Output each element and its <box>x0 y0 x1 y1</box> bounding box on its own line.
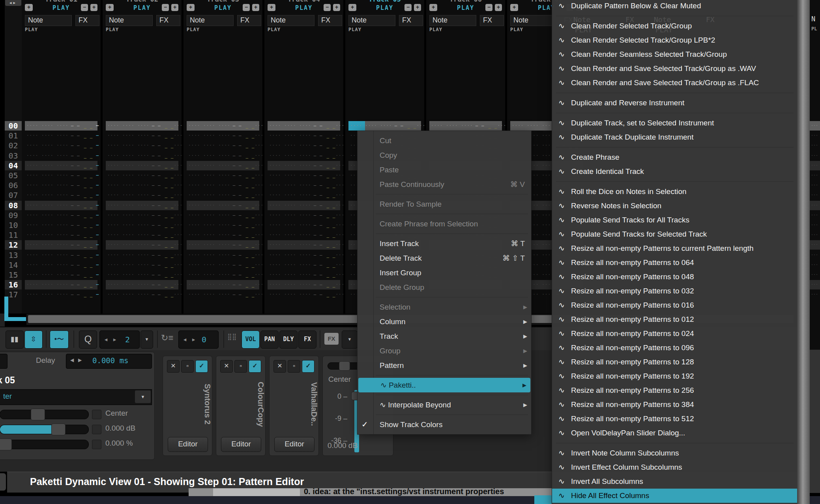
column-toggle-dly[interactable]: DLY <box>279 330 298 349</box>
pattern-row[interactable]: ···· ···· ····– –– –– –···· ···· ···· ··… <box>25 181 97 190</box>
pattern-row[interactable]: ···· ···· ····– –– –···· ···· ···· ···· <box>187 220 259 230</box>
submenu-item-invert-note-column-subcolumns[interactable]: ∿Invert Note Column Subcolumns <box>552 446 798 460</box>
device-editor-button[interactable]: Editor <box>221 437 261 452</box>
submenu-item-resize-all-non-empty-patterns-to-032[interactable]: ∿Resize all non-empty Patterns to 032 <box>552 284 798 298</box>
submenu-item-clean-render-seamless-selected-track-group[interactable]: ∿Clean Render Seamless Selected Track/Gr… <box>552 47 798 62</box>
pattern-row[interactable]: ···· ···· ····– –– –– –···· ···· ···· ··… <box>25 250 97 260</box>
spinner-right-arrow[interactable]: ▶ <box>113 331 116 348</box>
track-play-button[interactable]: PLAY <box>264 4 343 11</box>
quantize-dropdown[interactable]: ▼ <box>140 330 153 349</box>
pattern-row[interactable]: ···· ···· ····– –– –···· ···· ···· ···· <box>348 121 421 131</box>
pattern-row[interactable]: ···· ···· ····– –– –···· ···· ···· ···· <box>187 141 259 150</box>
filter-dropdown[interactable]: ter▼ <box>0 389 152 405</box>
spinner-right-arrow[interactable]: ▶ <box>192 331 195 348</box>
track-play-button[interactable]: PLAY <box>103 4 182 11</box>
pattern-row[interactable]: ···· ···· ····– –– –···· ···· ···· ···· <box>187 250 259 260</box>
submenu-item-duplicate-pattern-below-clear-muted[interactable]: ∿Duplicate Pattern Below & Clear Muted <box>552 0 798 13</box>
pattern-row[interactable]: ···· ···· ····– –– –– –···· ···· ···· ··… <box>25 121 97 131</box>
submenu-item-resize-all-non-empty-patterns-to-016[interactable]: ∿Resize all non-empty Patterns to 016 <box>552 298 798 312</box>
menu-item-paketti-[interactable]: ∿ Paketti..▶ <box>358 378 530 392</box>
submenu-item-open-voldelaypan-slider-dialog-[interactable]: ∿Open VolDelayPan Slider Dialog... <box>552 426 798 440</box>
pattern-row[interactable]: ···· ···· ····– –– –···· ···· ···· ···· <box>106 211 178 220</box>
pattern-row[interactable]: ···· ···· ····– –– –···· ···· ···· ···· <box>187 230 259 240</box>
add-fx-column-button[interactable]: + <box>171 4 178 11</box>
add-fx-column-button[interactable]: + <box>90 4 97 11</box>
dsp-checkbox[interactable] <box>92 410 101 419</box>
pattern-row[interactable]: ···· ···· ····– –– –···· ···· ···· ···· <box>106 181 178 190</box>
device-close-button[interactable]: ✕ <box>220 360 233 373</box>
menu-item-track[interactable]: Track▶ <box>358 329 531 343</box>
device-minimize-button[interactable]: ▫ <box>181 360 194 373</box>
add-fx-column-button[interactable]: + <box>495 4 502 11</box>
submenu-item-resize-all-non-empty-patterns-to-128[interactable]: ∿Resize all non-empty Patterns to 128 <box>552 355 798 369</box>
mini-slider-handle[interactable] <box>339 361 350 371</box>
pattern-row[interactable]: ···· ···· ····– –– –···· ···· ···· ···· <box>187 260 259 270</box>
pattern-row[interactable]: ···· ···· ····– –– –– –···· ···· ···· ··… <box>25 260 97 270</box>
pattern-row[interactable]: ···· ···· ····– –– –– –···· ···· ···· ··… <box>25 161 97 170</box>
device-enabled-checkbox[interactable]: ✓ <box>195 360 208 373</box>
delay-field[interactable]: ◀▶0.000 ms <box>66 354 152 369</box>
pattern-row[interactable]: ···· ···· ····– –– –– –···· ···· ···· ··… <box>25 190 97 200</box>
slider-handle[interactable] <box>51 424 66 435</box>
quantize-spinner[interactable]: ◀▶2 <box>99 330 140 349</box>
pattern-row[interactable]: ···· ···· ····– –– –– –···· ···· ···· ··… <box>25 270 97 280</box>
add-fx-column-button[interactable]: + <box>252 4 259 11</box>
submenu-item-invert-effect-column-subcolumns[interactable]: ∿Invert Effect Column Subcolumns <box>552 460 798 474</box>
remove-column-button[interactable]: − <box>485 4 492 11</box>
remove-column-button[interactable]: − <box>404 4 412 11</box>
menu-item-show-track-colors[interactable]: ✓Show Track Colors <box>358 417 531 432</box>
track-play-button[interactable]: PLAY <box>22 4 101 11</box>
menu-item-interpolate-beyond[interactable]: ∿ Interpolate Beyond▶ <box>358 398 531 412</box>
slider-handle[interactable] <box>31 409 45 420</box>
column-toggle-vol[interactable]: VOL <box>242 330 260 349</box>
submenu-item-invert-all-subcolumns[interactable]: ∿Invert All Subcolumns <box>552 474 798 489</box>
zoom-button[interactable]: Q <box>79 330 97 349</box>
track-play-button[interactable]: PLAY <box>183 4 262 11</box>
submenu-item-clean-render-selected-track-group-lpb-2[interactable]: ∿Clean Render Selected Track/Group LPB*2 <box>552 33 798 47</box>
pattern-row[interactable]: ···· ···· ····– –– –···· ···· ···· ···· <box>187 151 259 161</box>
submenu-item-duplicate-and-reverse-instrument[interactable]: ∿Duplicate and Reverse Instrument <box>552 96 798 110</box>
pattern-row[interactable]: ···· ···· ····– –– –···· ···· ···· ···· <box>187 171 259 180</box>
submenu-item-duplicate-track-duplicate-instrument[interactable]: ∿Duplicate Track Duplicate Instrument <box>552 130 798 144</box>
pattern-row[interactable]: ···· ···· ····– –– –···· ···· ···· ···· <box>106 151 178 161</box>
pattern-row[interactable]: ···· ···· ····– –– –···· ···· ···· ···· <box>268 131 340 140</box>
remove-column-button[interactable]: − <box>162 4 169 11</box>
submenu-item-clean-render-and-save-selected-track-group-as-flac[interactable]: ∿Clean Render and Save Selected Track/Gr… <box>552 76 798 90</box>
pattern-row[interactable]: ···· ···· ····– –– –···· ···· ···· ···· <box>187 181 259 190</box>
submenu-item-resize-all-non-empty-patterns-to-048[interactable]: ∿Resize all non-empty Patterns to 048 <box>552 270 798 284</box>
submenu-item-clean-render-selected-track-group[interactable]: ∿Clean Render Selected Track/Group <box>552 19 798 33</box>
pattern-row[interactable]: ···· ···· ····– –– –···· ···· ···· ···· <box>106 131 178 140</box>
remove-column-button[interactable]: − <box>81 4 88 11</box>
dsp-slider[interactable] <box>0 440 89 449</box>
spinner-left-arrow[interactable]: ◀ <box>105 331 107 348</box>
pattern-row[interactable]: ···· ···· ····– –– –– –···· ···· ···· ··… <box>25 151 97 161</box>
window-edge-scrollbar[interactable] <box>797 0 810 504</box>
pattern-row[interactable]: ···· ···· ····– –– –···· ···· ···· ···· <box>106 240 178 250</box>
device-minimize-button[interactable]: ▫ <box>288 360 300 373</box>
submenu-item-clean-render-and-save-selected-track-group-as-wav[interactable]: ∿Clean Render and Save Selected Track/Gr… <box>552 62 798 76</box>
device-close-button[interactable]: ✕ <box>167 360 180 373</box>
pattern-row[interactable]: ···· ···· ····– –– –···· ···· ···· ···· <box>268 201 340 210</box>
slider-handle[interactable] <box>0 439 12 450</box>
submenu-item-resize-all-non-empty-patterns-to-256[interactable]: ∿Resize all non-empty Patterns to 256 <box>552 383 798 398</box>
automation-button[interactable]: •〜 <box>50 330 69 349</box>
menu-item-pattern[interactable]: Pattern▶ <box>358 358 531 373</box>
dsp-slider[interactable] <box>0 425 89 434</box>
pattern-row[interactable]: ···· ···· ····– –– –– –···· ···· ···· ··… <box>25 141 97 150</box>
pattern-row[interactable]: ···· ···· ····– –– –···· ···· ···· ···· <box>187 161 259 170</box>
fx-dropdown[interactable]: ▼ <box>342 330 358 349</box>
pattern-row[interactable]: ···· ···· ····– –– –···· ···· ···· ···· <box>187 190 259 200</box>
pattern-row[interactable]: ···· ···· ····– –– –···· ···· ···· ···· <box>106 141 178 150</box>
add-fx-column-button[interactable]: + <box>333 4 340 11</box>
pattern-row[interactable]: ···· ···· ····– –– –···· ···· ···· ···· <box>268 151 340 161</box>
pattern-row[interactable]: ···· ···· ····– –– –···· ···· ···· ···· <box>106 171 178 180</box>
submenu-item-create-identical-track[interactable]: ∿Create Identical Track <box>552 164 798 179</box>
pattern-row[interactable]: ···· ···· ····– –– –– –···· ···· ···· ··… <box>25 280 97 289</box>
pattern-row[interactable]: ···· ···· ····– –– –– –···· ···· ···· ··… <box>25 240 97 250</box>
spinner-left-arrow[interactable]: ◀ <box>183 331 186 348</box>
pattern-row[interactable]: ···· ···· ····– –– –···· ···· ···· ···· <box>268 250 340 260</box>
device-editor-button[interactable]: Editor <box>168 437 208 452</box>
submenu-item-populate-send-tracks-for-selected-track[interactable]: ∿Populate Send Tracks for Selected Track <box>552 227 798 241</box>
remove-column-button[interactable]: − <box>324 4 331 11</box>
remove-column-button[interactable]: − <box>243 4 250 11</box>
